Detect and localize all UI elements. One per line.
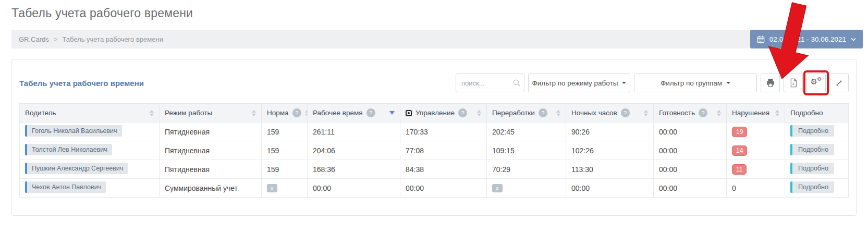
driver-chip[interactable]: Пушкин Александр Сергеевич [25,163,128,174]
readiness-cell: 00:00 [654,160,727,179]
table-row: Чехов Антон Павлович Суммированный учет … [20,179,849,198]
calendar-icon [757,35,765,43]
chevron-down-icon [851,38,856,41]
no-value-badge: x [267,184,277,192]
column-header-details: Подробно [785,104,849,123]
filter-by-work-mode-label: Фильтр по режиму работы [532,79,618,87]
column-header-driver[interactable]: Водитель [20,104,160,123]
sort-icon [556,110,560,116]
norm-cell: 159 [262,160,308,179]
table-header-row: Водитель Режим работы Норма ? Рабочее вр… [20,104,849,123]
driving-cell: 77:08 [400,141,487,160]
sort-icon [717,110,721,116]
print-button[interactable] [761,74,780,92]
table-row: Пушкин Александр Сергеевич Пятидневная 1… [20,160,849,179]
help-icon[interactable]: ? [539,108,547,117]
work-time-cell: 261:11 [308,123,400,141]
expand-arrows-icon [835,79,843,87]
help-icon[interactable]: ? [292,108,301,117]
breadcrumb-current: Табель учета рабочего времени [62,35,163,43]
night-hours-cell: 90:26 [566,123,654,141]
work-mode-cell: Пятидневная [160,141,262,160]
fullscreen-button[interactable] [829,74,849,92]
help-icon[interactable]: ? [458,108,467,117]
details-button[interactable]: Подробно [790,163,834,174]
excel-export-button[interactable]: x [784,74,803,92]
table-row: Толстой Лев Николаевич Пятидневная 159 2… [20,141,849,160]
overtime-cell: 202:45 [487,123,566,141]
page-title: Табель учета рабочего времени [11,6,193,20]
column-header-driving[interactable]: Управление ? [400,104,487,123]
timesheet-panel: Табель учета рабочего времени Фильтр по … [11,59,857,216]
sort-icon [477,110,481,116]
filter-by-groups-button[interactable]: Фильтр по группам [634,74,757,92]
help-icon[interactable]: ? [366,108,375,117]
sort-icon [252,110,256,116]
column-header-work-mode[interactable]: Режим работы [160,104,262,123]
driving-cell: 00:00 [400,179,487,198]
night-hours-cell: 00:00 [566,179,654,198]
tachograph-icon [406,110,412,116]
violations-cell: 0 [727,179,785,198]
overtime-cell: 109:15 [487,141,566,160]
column-header-readiness[interactable]: Готовность ? [654,104,727,123]
date-range-value: 02.06.2021 - 30.06.2021 [769,35,846,43]
overtime-cell: 70:29 [487,160,566,179]
column-header-night-hours[interactable]: Ночных часов ? [566,104,654,123]
driver-chip[interactable]: Толстой Лев Николаевич [25,144,112,155]
timesheet-table: Водитель Режим работы Норма ? Рабочее вр… [19,103,849,198]
filter-by-groups-label: Фильтр по группам [661,79,722,87]
excel-file-icon: x [789,78,798,88]
details-button[interactable]: Подробно [790,125,834,137]
norm-cell: 159 [262,123,308,141]
violations-badge: 19 [732,127,747,137]
svg-text:x: x [792,82,794,86]
sort-icon [150,110,154,116]
work-mode-cell: Пятидневная [160,123,262,141]
sort-icon [644,110,648,116]
breadcrumb-separator: > [54,35,58,43]
settings-button[interactable]: ⚙⚙ [806,74,826,92]
column-header-violations[interactable]: Нарушения [727,104,785,123]
breadcrumb: GR.Cards > Табель учета рабочего времени… [11,30,863,48]
search-box [456,74,524,92]
caret-down-icon [622,82,626,84]
column-header-work-time[interactable]: Рабочее время ? [308,104,400,123]
gears-icon: ⚙⚙ [811,78,822,88]
driver-chip[interactable]: Чехов Антон Павлович [25,181,106,193]
norm-cell: 159 [262,141,308,160]
driving-cell: 170:33 [400,123,487,141]
night-hours-cell: 102:26 [566,141,654,160]
toolbar: Фильтр по режиму работы Фильтр по группа… [456,74,849,92]
readiness-cell: 00:00 [654,123,727,141]
column-header-norm[interactable]: Норма ? [262,104,308,123]
date-range-button[interactable]: 02.06.2021 - 30.06.2021 [750,30,863,48]
sort-icon [775,110,779,116]
column-header-overtime[interactable]: Переработки ? [487,104,566,123]
driver-chip[interactable]: Гоголь Николай Васильевич [25,125,122,137]
no-value-badge: x [492,184,503,192]
details-button[interactable]: Подробно [790,144,834,155]
caret-down-icon [726,82,730,84]
violations-badge: 14 [732,145,747,156]
sort-icon [305,110,308,116]
details-button[interactable]: Подробно [790,181,834,193]
search-icon [512,79,521,87]
violations-badge: 11 [732,164,747,175]
help-icon[interactable]: ? [699,108,707,117]
night-hours-cell: 113:30 [566,160,654,179]
work-time-cell: 168:36 [308,160,400,179]
panel-title: Табель учета рабочего времени [19,79,144,88]
work-time-cell: 204:06 [308,141,400,160]
work-time-cell: 00:00 [308,179,400,198]
panel-header: Табель учета рабочего времени Фильтр по … [19,73,849,93]
readiness-cell: 00:00 [654,179,727,198]
work-mode-cell: Пятидневная [160,160,262,179]
breadcrumb-root[interactable]: GR.Cards [19,35,49,43]
sort-desc-icon [389,111,395,115]
readiness-cell: 00:00 [654,141,727,160]
driving-cell: 84:38 [400,160,487,179]
table-row: Гоголь Николай Васильевич Пятидневная 15… [20,123,849,141]
filter-by-work-mode-button[interactable]: Фильтр по режиму работы [528,74,630,92]
help-icon[interactable]: ? [621,108,630,117]
